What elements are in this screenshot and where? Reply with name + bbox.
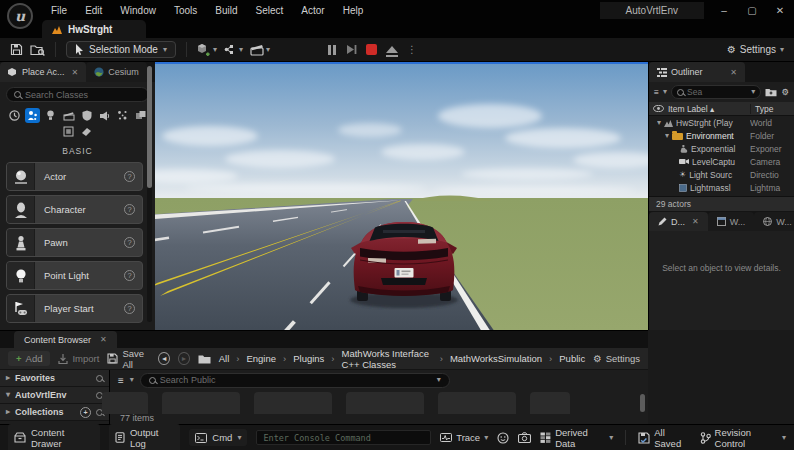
menu-tools[interactable]: Tools [165, 2, 206, 19]
stop-button[interactable] [366, 44, 377, 55]
minimize-button[interactable]: – [710, 2, 738, 19]
add-actor-dropdown[interactable]: ▾ [197, 43, 217, 56]
outliner-column-header[interactable]: Item Label ▴ Type [649, 102, 794, 116]
tree-row-environment[interactable]: ▾ Environment Folder [649, 129, 794, 142]
save-all-button[interactable]: Save All [107, 348, 150, 370]
tab-world-settings[interactable]: W... [708, 212, 755, 231]
filter-icon[interactable]: ≡ [118, 375, 124, 386]
cinematics-dropdown[interactable]: ▾ [250, 44, 270, 56]
blueprints-dropdown[interactable]: ▾ [224, 44, 243, 55]
audio-category-icon[interactable] [97, 108, 112, 123]
content-drawer-button[interactable]: Content Drawer [8, 424, 100, 450]
menu-help[interactable]: Help [334, 2, 373, 19]
visibility-eye-icon[interactable] [653, 105, 664, 112]
tree-row-lightmass[interactable]: Lightmassl Lightma [649, 181, 794, 194]
place-actors-scrollbar[interactable] [147, 66, 152, 322]
tree-row-world[interactable]: ▾ HwStrght (Play World [649, 116, 794, 129]
outliner-search-box[interactable]: ▾ [671, 85, 761, 99]
help-icon[interactable]: ? [124, 204, 135, 215]
eject-button[interactable] [386, 46, 398, 53]
tab-cesium[interactable]: Cesium [86, 62, 147, 82]
breadcrumb-mathworks-simulation[interactable]: MathWorksSimulation [450, 353, 542, 364]
level-tab[interactable]: HwStrght [42, 20, 146, 38]
breadcrumb-plugins[interactable]: Plugins [293, 353, 324, 364]
asset-tile[interactable] [530, 392, 570, 414]
search-classes-input[interactable] [25, 90, 141, 100]
recently-placed-icon[interactable] [7, 108, 22, 123]
help-icon[interactable]: ? [124, 171, 135, 182]
asset-grid-scrollbar[interactable] [640, 394, 645, 412]
help-icon[interactable]: ? [124, 303, 135, 314]
tree-row-level-capture[interactable]: LevelCaptu Camera [649, 155, 794, 168]
import-button[interactable]: Import [58, 353, 99, 364]
new-folder-icon[interactable] [765, 87, 777, 97]
search-public-input[interactable] [160, 375, 433, 385]
sidebar-item-autovrtlenv[interactable]: ▾ AutoVrtlEnv [0, 387, 109, 404]
shapes-category-icon[interactable] [79, 108, 94, 123]
chevron-down-icon[interactable]: ▾ [437, 376, 441, 384]
outliner-search-input[interactable] [687, 87, 748, 97]
tab-content-browser[interactable]: Content Browser ✕ [14, 331, 117, 348]
search-icon[interactable] [96, 375, 103, 382]
add-button[interactable]: + Add [8, 351, 50, 366]
search-classes-box[interactable] [6, 87, 149, 102]
cinematic-category-icon[interactable] [61, 108, 76, 123]
all-classes-category-icon[interactable] [79, 124, 94, 139]
breadcrumb-engine[interactable]: Engine [246, 353, 276, 364]
volumes-category-icon[interactable] [61, 124, 76, 139]
tab-details[interactable]: D... ✕ [649, 212, 708, 231]
forward-button[interactable]: ► [178, 352, 190, 365]
tree-row-light-source[interactable]: ☀ Light Sourc Directio [649, 168, 794, 181]
pause-button[interactable] [327, 45, 337, 55]
all-saved-button[interactable]: All Saved [638, 427, 690, 449]
derived-data-dropdown[interactable]: Derived Data ▾ [540, 427, 613, 449]
close-icon[interactable]: ✕ [100, 335, 107, 344]
selection-mode-dropdown[interactable]: Selection Mode ▾ [66, 41, 176, 58]
save-icon[interactable] [10, 43, 23, 56]
chevron-down-icon[interactable]: ▾ [751, 88, 755, 96]
asset-grid-area[interactable]: ≡ ▾ ▾ 77 items [110, 370, 648, 425]
revision-control-dropdown[interactable]: Revision Control ▾ [700, 427, 786, 449]
list-item-point-light[interactable]: Point Light ? [6, 261, 143, 290]
geometry-category-icon[interactable] [133, 108, 148, 123]
expand-icon[interactable]: ▾ [665, 132, 669, 140]
content-browser-settings[interactable]: ⚙ Settings [593, 353, 640, 364]
tab-place-actors[interactable]: Place Ac... ✕ [0, 62, 86, 82]
menu-file[interactable]: File [42, 2, 76, 19]
help-icon[interactable]: ? [124, 237, 135, 248]
frame-skip-button[interactable] [346, 44, 357, 55]
asset-tile[interactable] [254, 392, 332, 414]
cmd-dropdown[interactable]: Cmd ▾ [189, 429, 247, 446]
help-icon[interactable]: ? [124, 270, 135, 281]
insights-session-icon[interactable] [497, 432, 509, 444]
browse-content-icon[interactable] [30, 43, 45, 56]
chevron-down-icon[interactable]: ▾ [663, 88, 667, 96]
outliner-settings-icon[interactable]: ⚙ [781, 87, 789, 97]
sidebar-item-favorites[interactable]: ▸ Favorites [0, 370, 109, 387]
asset-tile[interactable] [346, 392, 424, 414]
console-command-input[interactable] [263, 433, 424, 443]
list-item-player-start[interactable]: Player Start ? [6, 294, 143, 323]
close-icon[interactable]: ✕ [692, 217, 699, 226]
column-type[interactable]: Type [750, 104, 794, 114]
asset-tile[interactable] [162, 392, 240, 414]
asset-tile[interactable] [102, 392, 148, 414]
menu-edit[interactable]: Edit [76, 2, 111, 19]
output-log-button[interactable]: Output Log [109, 424, 180, 450]
tree-row-exponential-fog[interactable]: Exponential Exponer [649, 142, 794, 155]
sidebar-item-collections[interactable]: ▸ Collections + [0, 404, 109, 421]
menu-actor[interactable]: Actor [292, 2, 333, 19]
maximize-button[interactable]: ▢ [738, 2, 766, 19]
list-item-actor[interactable]: Actor ? [6, 162, 143, 191]
back-button[interactable]: ◄ [158, 352, 170, 365]
breadcrumb-public[interactable]: Public [559, 353, 585, 364]
add-collection-icon[interactable]: + [80, 407, 91, 418]
asset-tile[interactable] [438, 392, 516, 414]
screenshot-icon[interactable] [518, 432, 531, 443]
tab-outliner[interactable]: Outliner ✕ [649, 62, 745, 82]
vfx-category-icon[interactable] [115, 108, 130, 123]
column-item-label[interactable]: Item Label ▴ [664, 104, 750, 114]
viewport-3d[interactable] [155, 62, 648, 330]
more-options-icon[interactable]: ⋮ [407, 44, 417, 55]
list-item-character[interactable]: Character ? [6, 195, 143, 224]
